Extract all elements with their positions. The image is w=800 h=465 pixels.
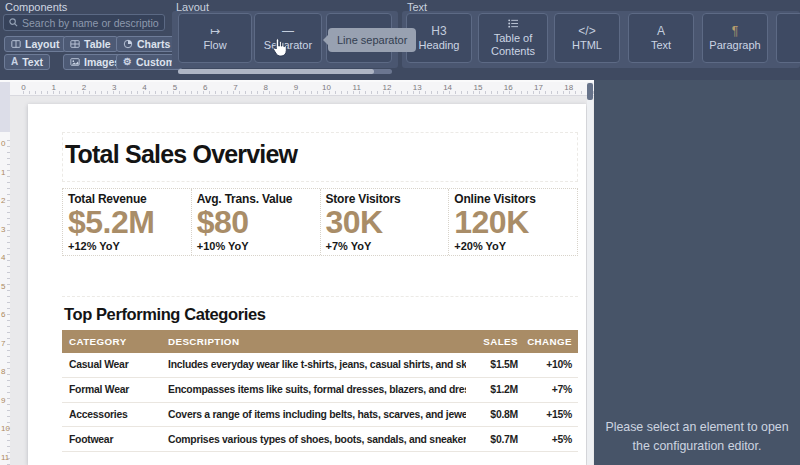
text-icon: A xyxy=(11,57,18,67)
ruler-number: 5 xyxy=(1,282,5,291)
ruler-number: 6 xyxy=(203,83,207,92)
component-button-charts[interactable]: Charts xyxy=(116,36,177,52)
charts-icon xyxy=(123,39,133,49)
editor-canvas: 0123456789101112131415161718 01234567891… xyxy=(0,80,594,465)
hand-cursor-icon xyxy=(271,37,289,61)
table-row[interactable]: Formal Wear Encompasses items like suits… xyxy=(62,378,578,403)
search-icon xyxy=(9,18,18,27)
component-button-label: Custom xyxy=(136,56,175,68)
app: Components Layout Table Charts A Text xyxy=(0,0,800,465)
ruler-number: 3 xyxy=(1,225,5,234)
kpi-cell[interactable]: Avg. Trans. Value $80 +10% YoY xyxy=(191,189,320,255)
kpi-value: $5.2M xyxy=(68,206,187,240)
kpi-change: +7% YoY xyxy=(326,240,445,252)
toolbar-item-paragraph[interactable]: ¶ Paragraph xyxy=(702,13,768,63)
ruler-number: 4 xyxy=(1,253,5,262)
categories-table[interactable]: CATEGORY DESCRIPTION SALES CHANGE Casual… xyxy=(62,330,578,452)
component-search[interactable] xyxy=(3,14,165,31)
cell-description: Encompasses items like suits, formal dre… xyxy=(162,384,466,395)
cell-description: Comprises various types of shoes, boots,… xyxy=(162,434,466,445)
scrollbar-thumb[interactable] xyxy=(178,69,374,74)
scrollbar-thumb[interactable] xyxy=(587,83,593,100)
cell-change: +10% xyxy=(524,359,578,370)
toolbar-item-label: Text xyxy=(651,39,671,52)
column-header: CHANGE xyxy=(524,336,578,347)
cell-change: +15% xyxy=(524,409,578,420)
kpi-value: 120K xyxy=(454,206,573,240)
ruler-number: 13 xyxy=(413,83,422,92)
cell-sales: $1.2M xyxy=(466,384,524,395)
heading-block[interactable]: Total Sales Overview xyxy=(62,132,578,182)
toolbar-item-label: HTML xyxy=(572,39,602,52)
toolbar-item-flow[interactable]: ↦ Flow xyxy=(178,13,252,63)
categories-title: Top Performing Categories xyxy=(64,305,578,324)
cell-description: Covers a range of items including belts,… xyxy=(162,409,466,420)
toolbar-item-label: Heading xyxy=(419,39,460,52)
cell-sales: $0.8M xyxy=(466,409,524,420)
table-row[interactable]: Accessories Covers a range of items incl… xyxy=(62,403,578,428)
toolbar-item-html[interactable]: </> HTML xyxy=(554,13,620,63)
cell-change: +5% xyxy=(524,434,578,445)
document-title: Total Sales Overview xyxy=(65,140,577,169)
v-ruler: 01234567891011 xyxy=(0,96,10,465)
toolbar-item-text[interactable]: A Text xyxy=(628,13,694,63)
component-button-layout[interactable]: Layout xyxy=(4,36,66,52)
component-button-table[interactable]: Table xyxy=(63,36,118,52)
ruler-number: 0 xyxy=(1,139,5,148)
custom-icon: ⚙ xyxy=(123,57,132,67)
toolbar-item-table-of-contents[interactable]: Table of Contents xyxy=(478,13,548,63)
column-header: SALES xyxy=(466,336,524,347)
document-page: Total Sales Overview Total Revenue $5.2M… xyxy=(28,104,586,465)
ruler-number: 5 xyxy=(173,83,177,92)
layout-icon xyxy=(11,39,21,49)
heading-icon: H3 xyxy=(431,25,446,37)
text-section-card: H3 Heading Table of Contents </> HTML A … xyxy=(402,11,800,68)
ruler-number: 8 xyxy=(264,83,268,92)
cell-category: Formal Wear xyxy=(62,384,162,395)
h-ruler: 0123456789101112131415161718 xyxy=(10,82,594,96)
component-button-label: Charts xyxy=(137,38,170,50)
ruler-number: 12 xyxy=(383,83,392,92)
separator-icon: — xyxy=(282,25,294,37)
images-icon xyxy=(70,57,80,67)
ruler-number: 7 xyxy=(233,83,237,92)
table-header-row: CATEGORY DESCRIPTION SALES CHANGE xyxy=(62,330,578,353)
components-title: Components xyxy=(5,1,67,13)
layout-section-scrollbar[interactable] xyxy=(178,69,392,74)
kpi-block[interactable]: Total Revenue $5.2M +12% YoY Avg. Trans.… xyxy=(62,188,578,256)
cell-category: Accessories xyxy=(62,409,162,420)
kpi-cell[interactable]: Store Visitors 30K +7% YoY xyxy=(320,189,449,255)
ruler-number: 2 xyxy=(82,83,86,92)
ruler-number: 6 xyxy=(1,310,5,319)
ruler-number: 2 xyxy=(1,196,5,205)
search-input[interactable] xyxy=(22,17,159,29)
ruler-number: 1 xyxy=(1,168,5,177)
tooltip: Line separator xyxy=(328,28,416,52)
column-header: DESCRIPTION xyxy=(162,336,466,347)
canvas-vertical-scrollbar[interactable] xyxy=(587,82,593,465)
ruler-number: 10 xyxy=(322,83,331,92)
ruler-number: 4 xyxy=(142,83,146,92)
cell-category: Footwear xyxy=(62,434,162,445)
component-button-text[interactable]: A Text xyxy=(4,54,50,70)
kpi-value: 30K xyxy=(326,206,445,240)
kpi-cell[interactable]: Total Revenue $5.2M +12% YoY xyxy=(63,189,191,255)
cell-description: Includes everyday wear like t-shirts, je… xyxy=(162,359,466,370)
code-icon: </> xyxy=(578,25,595,37)
categories-heading-block[interactable]: Top Performing Categories xyxy=(62,296,578,330)
component-button-label: Layout xyxy=(25,38,59,50)
inspector-message: Please select an element to open the con… xyxy=(602,418,792,456)
toolbar-item-label: Table of Contents xyxy=(479,32,547,57)
ruler-number: 10 xyxy=(1,424,10,433)
table-row[interactable]: Casual Wear Includes everyday wear like … xyxy=(62,353,578,378)
kpi-cell[interactable]: Online Visitors 120K +20% YoY xyxy=(448,189,577,255)
toolbar-item-partial[interactable] xyxy=(776,13,800,63)
v-ruler-segment xyxy=(0,96,10,132)
table-row[interactable]: Footwear Comprises various types of shoe… xyxy=(62,427,578,452)
toolbar-item-label: Flow xyxy=(203,39,226,52)
components-panel: Components Layout Table Charts A Text xyxy=(0,0,170,80)
kpi-change: +12% YoY xyxy=(68,240,187,252)
cell-sales: $0.7M xyxy=(466,434,524,445)
ruler-number: 9 xyxy=(294,83,298,92)
column-header: CATEGORY xyxy=(62,336,162,347)
